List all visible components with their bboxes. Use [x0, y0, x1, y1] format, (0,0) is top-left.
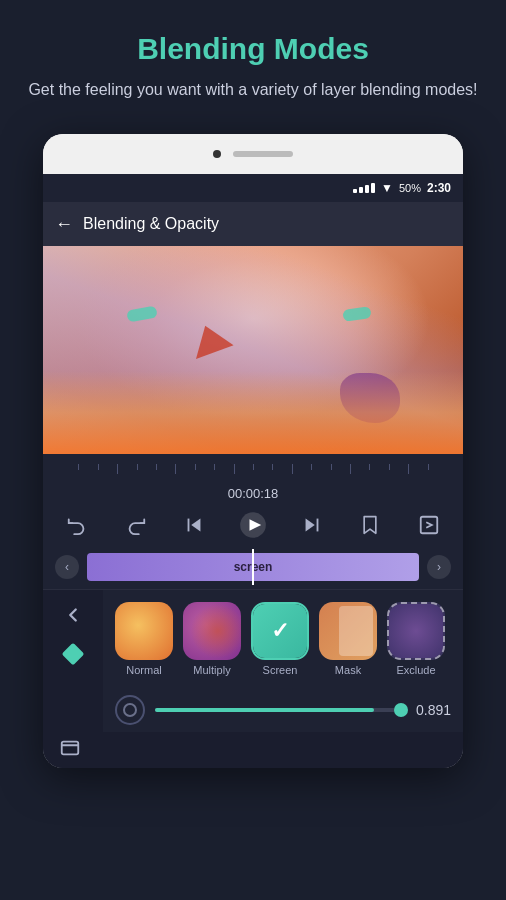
- signal-bar-3: [365, 185, 369, 193]
- normal-icon-visual: [115, 602, 173, 660]
- app-toolbar: ← Blending & Opacity: [43, 202, 463, 246]
- mode-icon-multiply: [183, 602, 241, 660]
- page-title: Blending Modes: [20, 32, 486, 66]
- signal-bar-2: [359, 187, 363, 193]
- toolbar-title: Blending & Opacity: [83, 215, 219, 233]
- opacity-slider[interactable]: [155, 708, 401, 712]
- sunset-gradient: [43, 371, 463, 454]
- controls-bar: 00:00:18: [43, 454, 463, 549]
- phone-camera: [213, 150, 221, 158]
- mask-icon-visual: [319, 602, 377, 660]
- skip-to-start-button[interactable]: [176, 507, 212, 543]
- undo-button[interactable]: [59, 507, 95, 543]
- status-bar: ▼ 50% 2:30: [43, 174, 463, 202]
- opacity-slider-thumb[interactable]: [394, 703, 408, 717]
- mode-icon-normal: [115, 602, 173, 660]
- play-button[interactable]: [235, 507, 271, 543]
- svg-rect-1: [188, 519, 190, 532]
- svg-rect-6: [421, 517, 438, 534]
- svg-marker-0: [192, 519, 201, 532]
- video-artwork: [43, 246, 463, 454]
- mode-label-mask: Mask: [335, 664, 361, 676]
- layer-clip[interactable]: screen: [87, 553, 419, 581]
- svg-marker-4: [305, 519, 314, 532]
- wifi-icon: ▼: [381, 181, 393, 195]
- mode-item-mask[interactable]: Mask: [319, 602, 377, 676]
- diamond-icon: [62, 643, 85, 666]
- video-preview: [43, 246, 463, 454]
- svg-rect-7: [62, 741, 79, 754]
- opacity-icon: [115, 695, 145, 725]
- timeline-ticks: [59, 464, 447, 480]
- mode-label-exclude: Exclude: [396, 664, 435, 676]
- multiply-icon-visual: [183, 602, 241, 660]
- left-panel: [43, 590, 103, 732]
- header-section: Blending Modes Get the feeling you want …: [0, 0, 506, 118]
- clock: 2:30: [427, 181, 451, 195]
- check-icon: ✓: [271, 618, 289, 644]
- mode-icon-screen: ✓: [251, 602, 309, 660]
- exclude-icon-visual: [389, 604, 443, 658]
- svg-rect-5: [316, 519, 318, 532]
- opacity-slider-fill: [155, 708, 374, 712]
- phone-mockup: ▼ 50% 2:30 ← Blending & Opacity: [43, 134, 463, 768]
- opacity-value: 0.891: [411, 702, 451, 718]
- bottom-nav: [43, 732, 463, 768]
- export-button[interactable]: [411, 507, 447, 543]
- mode-item-exclude[interactable]: Exclude: [387, 602, 445, 676]
- back-button[interactable]: ←: [55, 214, 73, 235]
- skip-to-end-button[interactable]: [294, 507, 330, 543]
- mode-label-multiply: Multiply: [193, 664, 230, 676]
- track-next-button[interactable]: ›: [427, 555, 451, 579]
- phone-bezel-top: [43, 134, 463, 174]
- modes-row: Normal Multiply ✓: [115, 602, 451, 676]
- mode-label-screen: Screen: [263, 664, 298, 676]
- signal-bar-1: [353, 189, 357, 193]
- mode-icon-mask: [319, 602, 377, 660]
- chevron-left-icon: ‹: [65, 560, 69, 574]
- signal-strength-icon: [353, 183, 375, 193]
- phone-speaker: [233, 151, 293, 157]
- opacity-icon-inner: [123, 703, 137, 717]
- mode-item-multiply[interactable]: Multiply: [183, 602, 241, 676]
- mode-label-normal: Normal: [126, 664, 161, 676]
- bottom-section: Normal Multiply ✓: [43, 590, 463, 732]
- mode-icon-exclude: [387, 602, 445, 660]
- layer-track: ‹ screen ›: [43, 549, 463, 589]
- opacity-row: 0.891: [115, 684, 451, 728]
- redo-button[interactable]: [118, 507, 154, 543]
- mode-item-normal[interactable]: Normal: [115, 602, 173, 676]
- layers-icon[interactable]: [59, 737, 81, 764]
- signal-bar-4: [371, 183, 375, 193]
- battery-indicator: 50%: [399, 182, 421, 194]
- bookmark-button[interactable]: [352, 507, 388, 543]
- mode-item-screen[interactable]: ✓ Screen: [251, 602, 309, 676]
- track-prev-button[interactable]: ‹: [55, 555, 79, 579]
- screen-icon-visual: ✓: [253, 604, 307, 658]
- page-subtitle: Get the feeling you want with a variety …: [20, 78, 486, 102]
- timeline-cursor: [252, 549, 254, 585]
- phone-screen: ▼ 50% 2:30 ← Blending & Opacity: [43, 174, 463, 768]
- chevron-right-icon: ›: [437, 560, 441, 574]
- back-layer-button[interactable]: [62, 604, 84, 626]
- playback-controls: [59, 507, 447, 543]
- timecode-display: 00:00:18: [59, 486, 447, 501]
- blending-modes-panel: Normal Multiply ✓: [103, 590, 463, 732]
